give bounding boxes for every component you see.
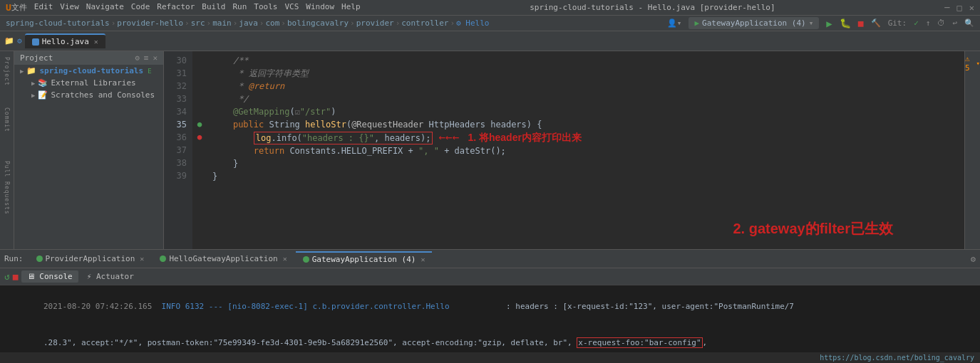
- bc-part-2[interactable]: provider-hello: [117, 19, 183, 28]
- menu-build[interactable]: Build: [202, 2, 225, 13]
- bc-part-10[interactable]: ⚙ Hello: [456, 19, 489, 28]
- line-num-30: 30: [164, 54, 187, 67]
- provider-tab-close[interactable]: ✕: [140, 255, 144, 263]
- minimize-btn[interactable]: ─: [944, 3, 949, 13]
- menu-vcs[interactable]: VCS: [284, 2, 299, 13]
- tree-item-ext-libs[interactable]: ▶ 📚 External Libraries: [14, 77, 163, 89]
- bc-part-8[interactable]: provider: [356, 19, 394, 28]
- gw4-tab-label: GatewayApplication (4): [312, 255, 416, 264]
- menu-view[interactable]: View: [60, 2, 79, 13]
- bottom-panel: Run: ProviderApplication ✕ HelloGatewayA…: [0, 249, 980, 363]
- commit-panel-label[interactable]: Commit: [2, 105, 11, 135]
- debug-button[interactable]: 🐛: [840, 18, 851, 28]
- annotation2-text: 2. gateway的filter已生效: [733, 222, 893, 235]
- line-num-32: 32: [164, 80, 187, 93]
- hello-gw-tab-close[interactable]: ✕: [283, 255, 287, 263]
- bc-part-7[interactable]: bolingcavalry: [287, 19, 349, 28]
- menu-code[interactable]: Code: [131, 2, 150, 13]
- menu-run[interactable]: Run: [232, 2, 247, 13]
- git-check[interactable]: ✓: [914, 19, 919, 28]
- code-content[interactable]: /** * 返回字符串类型 * @return */ @GetMapping(☑…: [207, 51, 964, 249]
- menu-window[interactable]: Window: [306, 2, 334, 13]
- provider-run-icon: [36, 256, 43, 262]
- menu-help[interactable]: Help: [341, 2, 361, 13]
- code-line-37: return Constants.HELLO_PREFIX + ", " + d…: [212, 144, 959, 157]
- menu-refactor[interactable]: Refactor: [157, 2, 195, 13]
- tree-collapse-icon[interactable]: ≡: [144, 53, 149, 63]
- tree-item-scratches[interactable]: ▶ 📝 Scratches and Consoles: [14, 89, 163, 101]
- breakpoint-36[interactable]: ●: [192, 131, 207, 144]
- line-num-33: 33: [164, 93, 187, 105]
- hello-gw-tab-label: HelloGatewayApplication: [169, 254, 277, 263]
- git-up[interactable]: ↑: [926, 19, 931, 28]
- project-icon-btn[interactable]: 📁: [4, 36, 14, 46]
- history-btn[interactable]: ⏱: [937, 19, 945, 28]
- bc-part-6[interactable]: com: [265, 19, 279, 28]
- inner-tab-actuator[interactable]: ⚡ Actuator: [81, 270, 140, 283]
- bc-part-4[interactable]: main: [212, 19, 232, 28]
- tree-label-root: spring-cloud-tutorials: [39, 66, 143, 75]
- tab-icon-gear: ⚙: [17, 36, 22, 46]
- title-bar: U 文件 Edit View Navigate Code Refactor Bu…: [0, 0, 980, 16]
- highlighted-header: x-request-foo:"bar-config": [577, 337, 702, 348]
- run-config-icon: ▶: [694, 19, 699, 28]
- vcs-user-icon[interactable]: 👤▾: [667, 19, 682, 28]
- menu-edit[interactable]: Edit: [34, 2, 53, 13]
- tab-label-hello: Hello.java: [42, 37, 89, 46]
- bc-part-9[interactable]: controller: [401, 19, 448, 28]
- line-num-34: 34: [164, 105, 187, 118]
- run-config-box[interactable]: ▶ GatewayApplication (4) ▾: [688, 17, 819, 29]
- bottom-tab-hello-gw[interactable]: HelloGatewayApplication ✕: [153, 252, 294, 265]
- code-container: 30 31 32 33 34 35 36 37 38 39: [164, 51, 980, 249]
- build-button[interactable]: 🔨: [871, 19, 881, 28]
- console-output: 2021-08-20 07:42:26.165 INFO 6132 --- [n…: [0, 285, 980, 352]
- line-num-39: 39: [164, 169, 187, 182]
- folder-icon-ext: 📚: [38, 78, 48, 88]
- tree-item-root[interactable]: ▶ 📁 spring-cloud-tutorials E: [14, 65, 163, 77]
- bottom-settings-icon[interactable]: ⚙: [971, 254, 976, 264]
- tree-close-icon[interactable]: ✕: [153, 53, 158, 63]
- menu-file[interactable]: 文件: [11, 2, 27, 13]
- tree-arrow-root: ▶: [20, 68, 24, 75]
- file-tree-panel: Project ⚙ ≡ ✕ ▶ 📁 spring-cloud-tutorials…: [14, 51, 164, 249]
- editor-area: 30 31 32 33 34 35 36 37 38 39: [164, 51, 980, 249]
- project-panel-label[interactable]: Project: [2, 54, 11, 89]
- bottom-tabs: Run: ProviderApplication ✕ HelloGatewayA…: [0, 250, 980, 268]
- bottom-tab-gateway4[interactable]: GatewayApplication (4) ✕: [296, 251, 433, 266]
- bottom-tool-stop[interactable]: ■: [13, 271, 19, 282]
- inner-tab-console[interactable]: 🖥 Console: [21, 270, 78, 283]
- bc-part-1[interactable]: spring-cloud-tutorials: [6, 19, 110, 28]
- middle-section: Project Commit Pull Requests Project ⚙ ≡…: [0, 51, 980, 249]
- blog-url[interactable]: https://blog.csdn.net/boling_cavalry: [820, 354, 974, 362]
- gw4-tab-close[interactable]: ✕: [421, 256, 425, 263]
- run-label: Run:: [4, 254, 24, 263]
- stop-button[interactable]: ■: [858, 18, 864, 28]
- menu-bar-items: 文件 Edit View Navigate Code Refactor Buil…: [11, 2, 361, 13]
- tree-settings-icon[interactable]: ⚙: [135, 53, 140, 63]
- bc-part-3[interactable]: src: [191, 19, 205, 28]
- bottom-tool-rerun[interactable]: ↺: [4, 271, 10, 282]
- editor-tab-hello[interactable]: Hello.java ✕: [25, 33, 105, 48]
- menu-navigate[interactable]: Navigate: [86, 2, 124, 13]
- bottom-tab-provider[interactable]: ProviderApplication ✕: [29, 252, 152, 265]
- breakpoint-indicator[interactable]: ●: [192, 118, 207, 131]
- maximize-btn[interactable]: □: [957, 3, 962, 13]
- run-button[interactable]: ▶: [826, 18, 832, 29]
- console-line-2: .28.3", accept:"*/*", postman-token:"75e…: [6, 325, 974, 352]
- breadcrumb: spring-cloud-tutorials › provider-hello …: [0, 16, 980, 31]
- search-btn[interactable]: 🔍: [964, 19, 974, 28]
- line-numbers: 30 31 32 33 34 35 36 37 38 39: [164, 51, 192, 249]
- close-btn[interactable]: ✕: [969, 3, 974, 13]
- undo-btn[interactable]: ↩: [952, 19, 957, 28]
- bc-part-5[interactable]: java: [239, 19, 258, 28]
- toolbar-right: 👤▾ ▶ GatewayApplication (4) ▾ ▶ 🐛 ■ 🔨 Gi…: [667, 17, 974, 29]
- window-title: spring-cloud-tutorials - Hello.java [pro…: [361, 3, 945, 12]
- menu-tools[interactable]: Tools: [254, 2, 277, 13]
- code-line-38: }: [212, 157, 959, 170]
- annotation1-text: 1. 将header内容打印出来: [468, 132, 581, 143]
- code-line-33: */: [212, 93, 959, 105]
- folder-icon-root: 📁: [26, 66, 36, 75]
- pull-requests-label[interactable]: Pull Requests: [2, 158, 11, 218]
- inner-tab-console-label: 🖥 Console: [27, 272, 73, 281]
- tab-close-hello[interactable]: ✕: [94, 38, 98, 46]
